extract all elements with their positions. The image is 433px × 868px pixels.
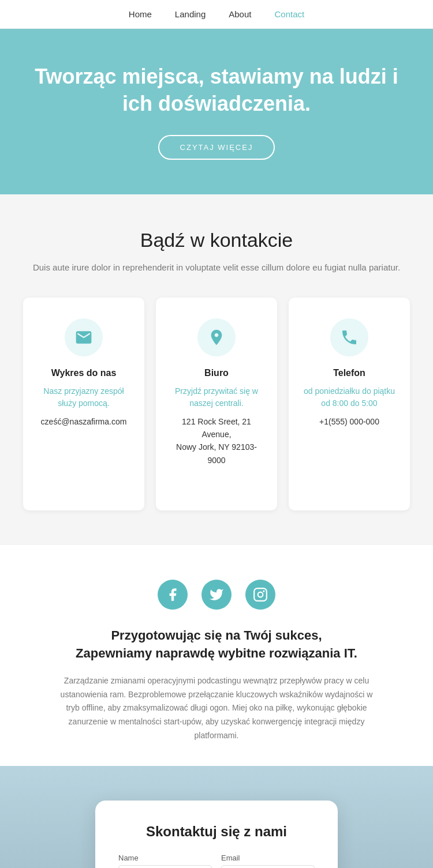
facebook-icon[interactable] — [158, 580, 188, 610]
phone-icon — [340, 328, 359, 347]
hero-heading: Tworząc miejsca, stawiamy na ludzi i ich… — [23, 63, 410, 118]
svg-rect-0 — [254, 588, 267, 601]
instagram-icon[interactable] — [245, 580, 275, 610]
hero-button[interactable]: CZYTAJ WIĘCEJ — [158, 135, 275, 160]
form-section: Skontaktuj się z nami Name Email Message… — [0, 766, 433, 868]
twitter-icon[interactable] — [201, 580, 232, 610]
card-email-title: Wykres do nas — [37, 368, 130, 378]
nav-home[interactable]: Home — [129, 9, 152, 19]
contact-cards: Wykres do nas Nasz przyjazny zespół służ… — [23, 298, 410, 511]
svg-point-2 — [263, 591, 264, 592]
contact-form-card: Skontaktuj się z nami Name Email Message… — [95, 801, 338, 868]
card-phone: Telefon od poniedziałku do piątku od 8:0… — [289, 298, 410, 511]
social-body: Zarządzanie zmianami operacyjnymi podcas… — [55, 674, 378, 743]
card-phone-detail: +1(555) 000-000 — [303, 415, 396, 428]
nav-landing[interactable]: Landing — [175, 9, 206, 19]
contact-section: Bądź w kontakcie Duis aute irure dolor i… — [0, 194, 433, 546]
name-label: Name — [118, 854, 212, 862]
name-input[interactable] — [118, 865, 212, 868]
card-email-detail: cześć@naszafirma.com — [37, 415, 130, 428]
card-email: Wykres do nas Nasz przyjazny zespół służ… — [23, 298, 144, 511]
email-icon-wrapper — [65, 318, 103, 356]
card-office-title: Biuro — [170, 368, 263, 378]
social-icons-group — [23, 580, 410, 610]
form-heading: Skontaktuj się z nami — [118, 824, 315, 840]
email-label: Email — [221, 854, 315, 862]
card-phone-title: Telefon — [303, 368, 396, 378]
phone-icon-wrapper — [330, 318, 368, 356]
contact-heading: Bądź w kontakcie — [23, 229, 410, 251]
card-office: Biuro Przyjdź przywitać się w naszej cen… — [156, 298, 277, 511]
card-office-sub: Przyjdź przywitać się w naszej centrali. — [170, 385, 263, 409]
location-icon-wrapper — [197, 318, 236, 356]
svg-point-1 — [258, 592, 263, 598]
form-name-email-row: Name Email — [118, 854, 315, 868]
social-section: Przygotowując się na Twój sukces,Zapewni… — [0, 545, 433, 766]
email-icon — [74, 328, 93, 347]
social-heading: Przygotowując się na Twój sukces,Zapewni… — [23, 627, 410, 663]
name-group: Name — [118, 854, 212, 868]
hero-section: Tworząc miejsca, stawiamy na ludzi i ich… — [0, 29, 433, 194]
card-phone-sub: od poniedziałku do piątku od 8:00 do 5:0… — [303, 385, 396, 409]
nav-about[interactable]: About — [229, 9, 251, 19]
navbar: Home Landing About Contact — [0, 0, 433, 29]
card-office-detail: 121 Rock Sreet, 21 Avenue,Nowy Jork, NY … — [170, 415, 263, 467]
card-email-sub: Nasz przyjazny zespół służy pomocą. — [37, 385, 130, 409]
email-input[interactable] — [221, 865, 315, 868]
location-icon — [207, 328, 226, 347]
email-group: Email — [221, 854, 315, 868]
nav-contact[interactable]: Contact — [274, 9, 304, 19]
contact-subtext: Duis aute irure dolor in reprehenderit i… — [23, 261, 410, 275]
